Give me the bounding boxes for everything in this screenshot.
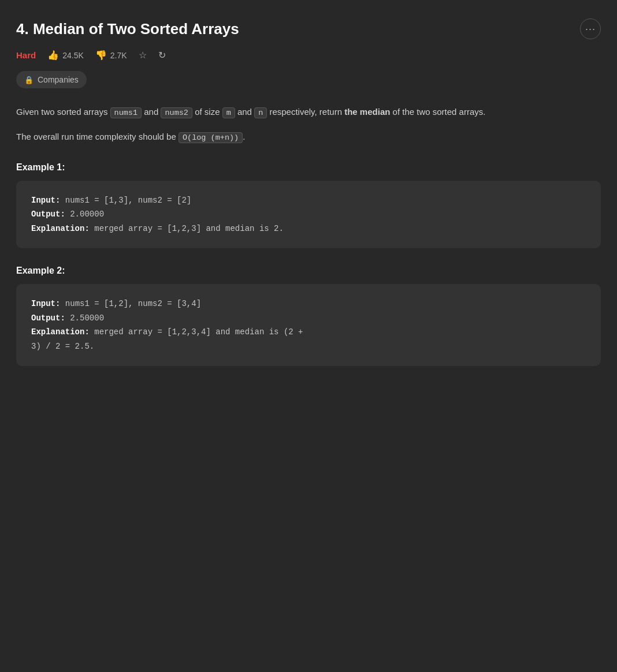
output-value-2: 2.50000 [70, 313, 104, 323]
output-label-2: Output: [31, 313, 65, 323]
example-2-section: Example 2: Input: nums1 = [1,2], nums2 =… [16, 266, 601, 366]
example-1-output: Output: 2.00000 [31, 207, 586, 222]
refresh-icon: ↻ [158, 50, 166, 61]
downvote-icon: 👎 [95, 50, 107, 61]
example-2-output: Output: 2.50000 [31, 311, 586, 326]
meta-row: Hard 👍 24.5K 👎 2.7K ☆ ↻ [16, 50, 601, 61]
description-paragraph-2: The overall run time complexity should b… [16, 129, 601, 145]
difficulty-badge: Hard [16, 50, 36, 60]
example-2-code-block: Input: nums1 = [1,2], nums2 = [3,4] Outp… [16, 284, 601, 366]
example-2-explanation: Explanation: merged array = [1,2,3,4] an… [31, 325, 586, 353]
n-inline: n [254, 107, 267, 118]
example-1-code-block: Input: nums1 = [1,3], nums2 = [2] Output… [16, 181, 601, 249]
upvote-item[interactable]: 👍 24.5K [47, 50, 84, 61]
example-1-explanation: Explanation: merged array = [1,2,3] and … [31, 222, 586, 236]
input-value-2: nums1 = [1,2], nums2 = [3,4] [65, 299, 201, 308]
downvote-count: 2.7K [110, 51, 127, 60]
desc-text-1: Given two sorted arrays [16, 107, 110, 117]
upvote-icon: 👍 [47, 50, 59, 61]
nums1-inline: nums1 [110, 107, 142, 118]
page-title: 4. Median of Two Sorted Arrays [16, 20, 239, 38]
desc-text-2: and [142, 107, 161, 117]
input-label-1: Input: [31, 196, 60, 205]
header: 4. Median of Two Sorted Arrays ··· [16, 18, 601, 39]
upvote-count: 24.5K [62, 51, 84, 60]
desc-text-4: and [235, 107, 254, 117]
output-label-1: Output: [31, 210, 65, 219]
input-value-1: nums1 = [1,3], nums2 = [2] [65, 196, 191, 205]
desc-text-5: respectively, return the median of the t… [267, 107, 485, 117]
more-icon: ··· [585, 23, 596, 35]
desc-period: . [243, 132, 245, 141]
star-item[interactable]: ☆ [139, 50, 147, 61]
explanation-value-1: merged array = [1,2,3] and median is 2. [94, 224, 284, 233]
example-1-title: Example 1: [16, 162, 601, 173]
problem-description: Given two sorted arrays nums1 and nums2 … [16, 104, 601, 145]
output-value-1: 2.00000 [70, 210, 104, 219]
more-button[interactable]: ··· [580, 18, 601, 39]
companies-button[interactable]: 🔒 Companies [16, 71, 87, 88]
example-2-title: Example 2: [16, 266, 601, 276]
companies-label: Companies [38, 75, 79, 84]
example-1-input: Input: nums1 = [1,3], nums2 = [2] [31, 193, 586, 208]
desc-complexity-text: The overall run time complexity should b… [16, 132, 179, 141]
input-label-2: Input: [31, 299, 60, 308]
m-inline: m [222, 107, 235, 118]
desc-text-3: of size [192, 107, 222, 117]
complexity-inline: O(log (m+n)) [179, 132, 243, 143]
explanation-label-1: Explanation: [31, 224, 90, 233]
example-1-section: Example 1: Input: nums1 = [1,3], nums2 =… [16, 162, 601, 249]
downvote-item[interactable]: 👎 2.7K [95, 50, 127, 61]
explanation-label-2: Explanation: [31, 327, 90, 337]
star-icon: ☆ [139, 50, 147, 61]
lock-icon: 🔒 [24, 76, 34, 84]
example-2-input: Input: nums1 = [1,2], nums2 = [3,4] [31, 297, 586, 311]
nums2-inline: nums2 [161, 107, 192, 118]
refresh-item[interactable]: ↻ [158, 50, 166, 61]
description-paragraph-1: Given two sorted arrays nums1 and nums2 … [16, 104, 601, 120]
